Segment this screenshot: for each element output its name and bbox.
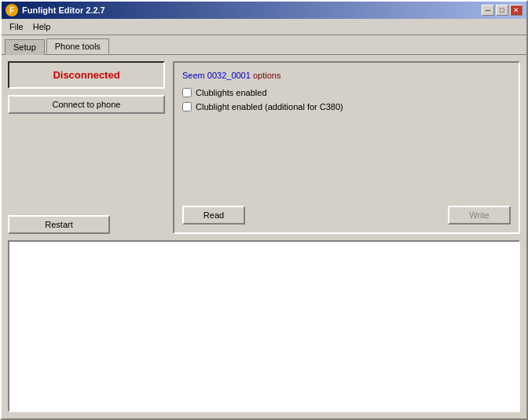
- title-bar: F Funlight Editor 2.2.7 ─ □ ✕: [2, 2, 526, 19]
- main-window: F Funlight Editor 2.2.7 ─ □ ✕ File Help …: [0, 0, 528, 420]
- close-button[interactable]: ✕: [510, 5, 522, 16]
- options-panel: Seem 0032_0001 options Clublights enable…: [173, 61, 520, 234]
- clublights-checkbox[interactable]: [182, 88, 192, 97]
- window-title: Funlight Editor 2.2.7: [22, 5, 105, 15]
- read-write-buttons: Read Write: [182, 206, 511, 225]
- read-button[interactable]: Read: [182, 206, 245, 225]
- log-area: [8, 240, 520, 412]
- title-buttons: ─ □ ✕: [482, 5, 522, 16]
- seem-id: Seem 0032_0001: [182, 71, 251, 80]
- connect-button[interactable]: Connect to phone: [8, 95, 165, 114]
- top-section: Disconnected Connect to phone Restart Se…: [8, 61, 520, 234]
- checkbox-row-1: Clublights enabled: [182, 88, 511, 97]
- checkbox-row-2: Clublight enabled (additional for C380): [182, 102, 511, 111]
- tab-setup[interactable]: Setup: [5, 39, 45, 55]
- minimize-button[interactable]: ─: [482, 5, 494, 16]
- app-icon-letter: F: [9, 6, 14, 15]
- restart-button[interactable]: Restart: [8, 215, 110, 234]
- clublight-c380-label: Clublight enabled (additional for C380): [196, 102, 343, 111]
- seem-header: Seem 0032_0001 options: [182, 71, 511, 80]
- tabs-bar: Setup Phone tools: [2, 35, 526, 54]
- clublights-label: Clublights enabled: [196, 88, 267, 97]
- left-panel: Disconnected Connect to phone Restart: [8, 61, 165, 234]
- content-area: Disconnected Connect to phone Restart Se…: [2, 54, 526, 418]
- menu-help[interactable]: Help: [28, 20, 56, 33]
- status-display: Disconnected: [8, 61, 165, 89]
- menubar: File Help: [2, 19, 526, 35]
- maximize-button[interactable]: □: [496, 5, 508, 16]
- menu-file[interactable]: File: [5, 20, 28, 33]
- seem-options-label: options: [253, 71, 280, 80]
- write-button[interactable]: Write: [448, 206, 511, 225]
- app-icon: F: [6, 4, 18, 16]
- title-bar-left: F Funlight Editor 2.2.7: [6, 4, 105, 16]
- clublight-c380-checkbox[interactable]: [182, 102, 192, 111]
- tab-phone-tools[interactable]: Phone tools: [46, 38, 109, 54]
